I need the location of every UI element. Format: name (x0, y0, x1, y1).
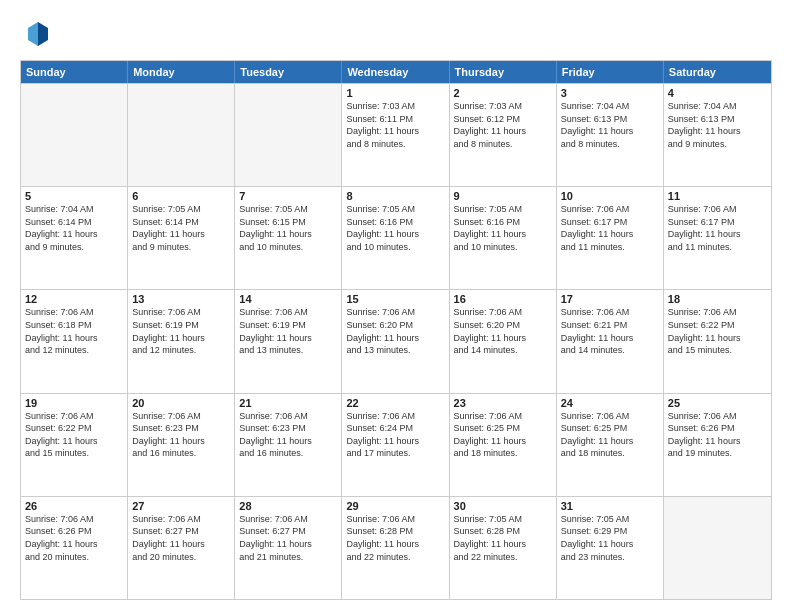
day-number: 30 (454, 500, 552, 512)
day-info: Sunrise: 7:06 AM Sunset: 6:19 PM Dayligh… (132, 306, 230, 356)
day-number: 4 (668, 87, 767, 99)
calendar-cell: 15Sunrise: 7:06 AM Sunset: 6:20 PM Dayli… (342, 290, 449, 392)
day-number: 3 (561, 87, 659, 99)
day-number: 5 (25, 190, 123, 202)
day-info: Sunrise: 7:06 AM Sunset: 6:18 PM Dayligh… (25, 306, 123, 356)
calendar-cell: 25Sunrise: 7:06 AM Sunset: 6:26 PM Dayli… (664, 394, 771, 496)
day-number: 10 (561, 190, 659, 202)
calendar-row-3: 12Sunrise: 7:06 AM Sunset: 6:18 PM Dayli… (21, 289, 771, 392)
day-number: 23 (454, 397, 552, 409)
calendar-cell: 28Sunrise: 7:06 AM Sunset: 6:27 PM Dayli… (235, 497, 342, 599)
calendar-row-1: 1Sunrise: 7:03 AM Sunset: 6:11 PM Daylig… (21, 83, 771, 186)
weekday-header-tuesday: Tuesday (235, 61, 342, 83)
calendar-cell: 16Sunrise: 7:06 AM Sunset: 6:20 PM Dayli… (450, 290, 557, 392)
day-number: 7 (239, 190, 337, 202)
day-number: 18 (668, 293, 767, 305)
day-info: Sunrise: 7:06 AM Sunset: 6:22 PM Dayligh… (25, 410, 123, 460)
day-number: 27 (132, 500, 230, 512)
weekday-header-wednesday: Wednesday (342, 61, 449, 83)
day-number: 24 (561, 397, 659, 409)
calendar-row-2: 5Sunrise: 7:04 AM Sunset: 6:14 PM Daylig… (21, 186, 771, 289)
day-info: Sunrise: 7:06 AM Sunset: 6:23 PM Dayligh… (239, 410, 337, 460)
calendar-cell: 21Sunrise: 7:06 AM Sunset: 6:23 PM Dayli… (235, 394, 342, 496)
day-number: 1 (346, 87, 444, 99)
calendar-cell: 20Sunrise: 7:06 AM Sunset: 6:23 PM Dayli… (128, 394, 235, 496)
day-info: Sunrise: 7:03 AM Sunset: 6:12 PM Dayligh… (454, 100, 552, 150)
day-info: Sunrise: 7:05 AM Sunset: 6:29 PM Dayligh… (561, 513, 659, 563)
day-info: Sunrise: 7:06 AM Sunset: 6:25 PM Dayligh… (561, 410, 659, 460)
calendar-cell: 1Sunrise: 7:03 AM Sunset: 6:11 PM Daylig… (342, 84, 449, 186)
calendar-cell (128, 84, 235, 186)
calendar-cell: 3Sunrise: 7:04 AM Sunset: 6:13 PM Daylig… (557, 84, 664, 186)
calendar-row-4: 19Sunrise: 7:06 AM Sunset: 6:22 PM Dayli… (21, 393, 771, 496)
calendar-row-5: 26Sunrise: 7:06 AM Sunset: 6:26 PM Dayli… (21, 496, 771, 599)
day-info: Sunrise: 7:05 AM Sunset: 6:16 PM Dayligh… (346, 203, 444, 253)
calendar-cell: 27Sunrise: 7:06 AM Sunset: 6:27 PM Dayli… (128, 497, 235, 599)
weekday-header-monday: Monday (128, 61, 235, 83)
day-number: 14 (239, 293, 337, 305)
day-info: Sunrise: 7:04 AM Sunset: 6:14 PM Dayligh… (25, 203, 123, 253)
calendar-cell: 5Sunrise: 7:04 AM Sunset: 6:14 PM Daylig… (21, 187, 128, 289)
day-info: Sunrise: 7:06 AM Sunset: 6:21 PM Dayligh… (561, 306, 659, 356)
header (20, 18, 772, 50)
day-number: 25 (668, 397, 767, 409)
day-info: Sunrise: 7:06 AM Sunset: 6:27 PM Dayligh… (239, 513, 337, 563)
calendar-cell (235, 84, 342, 186)
calendar-cell: 8Sunrise: 7:05 AM Sunset: 6:16 PM Daylig… (342, 187, 449, 289)
calendar-body: 1Sunrise: 7:03 AM Sunset: 6:11 PM Daylig… (21, 83, 771, 599)
day-number: 12 (25, 293, 123, 305)
calendar-cell: 17Sunrise: 7:06 AM Sunset: 6:21 PM Dayli… (557, 290, 664, 392)
day-info: Sunrise: 7:06 AM Sunset: 6:24 PM Dayligh… (346, 410, 444, 460)
calendar-cell: 23Sunrise: 7:06 AM Sunset: 6:25 PM Dayli… (450, 394, 557, 496)
day-info: Sunrise: 7:05 AM Sunset: 6:15 PM Dayligh… (239, 203, 337, 253)
calendar-cell: 6Sunrise: 7:05 AM Sunset: 6:14 PM Daylig… (128, 187, 235, 289)
calendar: SundayMondayTuesdayWednesdayThursdayFrid… (20, 60, 772, 600)
weekday-header-thursday: Thursday (450, 61, 557, 83)
day-info: Sunrise: 7:06 AM Sunset: 6:20 PM Dayligh… (454, 306, 552, 356)
calendar-cell: 26Sunrise: 7:06 AM Sunset: 6:26 PM Dayli… (21, 497, 128, 599)
calendar-cell: 13Sunrise: 7:06 AM Sunset: 6:19 PM Dayli… (128, 290, 235, 392)
day-info: Sunrise: 7:05 AM Sunset: 6:14 PM Dayligh… (132, 203, 230, 253)
day-number: 22 (346, 397, 444, 409)
day-number: 9 (454, 190, 552, 202)
calendar-cell (21, 84, 128, 186)
logo-icon (20, 18, 52, 50)
day-info: Sunrise: 7:05 AM Sunset: 6:16 PM Dayligh… (454, 203, 552, 253)
calendar-cell: 2Sunrise: 7:03 AM Sunset: 6:12 PM Daylig… (450, 84, 557, 186)
day-number: 15 (346, 293, 444, 305)
calendar-cell: 29Sunrise: 7:06 AM Sunset: 6:28 PM Dayli… (342, 497, 449, 599)
day-number: 2 (454, 87, 552, 99)
calendar-cell: 19Sunrise: 7:06 AM Sunset: 6:22 PM Dayli… (21, 394, 128, 496)
day-number: 11 (668, 190, 767, 202)
day-info: Sunrise: 7:03 AM Sunset: 6:11 PM Dayligh… (346, 100, 444, 150)
day-number: 21 (239, 397, 337, 409)
calendar-cell (664, 497, 771, 599)
day-number: 26 (25, 500, 123, 512)
day-number: 28 (239, 500, 337, 512)
weekday-header-friday: Friday (557, 61, 664, 83)
day-info: Sunrise: 7:06 AM Sunset: 6:28 PM Dayligh… (346, 513, 444, 563)
calendar-cell: 9Sunrise: 7:05 AM Sunset: 6:16 PM Daylig… (450, 187, 557, 289)
calendar-header: SundayMondayTuesdayWednesdayThursdayFrid… (21, 61, 771, 83)
calendar-cell: 11Sunrise: 7:06 AM Sunset: 6:17 PM Dayli… (664, 187, 771, 289)
day-info: Sunrise: 7:04 AM Sunset: 6:13 PM Dayligh… (561, 100, 659, 150)
svg-marker-1 (38, 22, 48, 46)
calendar-cell: 10Sunrise: 7:06 AM Sunset: 6:17 PM Dayli… (557, 187, 664, 289)
calendar-page: SundayMondayTuesdayWednesdayThursdayFrid… (0, 0, 792, 612)
day-info: Sunrise: 7:06 AM Sunset: 6:23 PM Dayligh… (132, 410, 230, 460)
calendar-cell: 18Sunrise: 7:06 AM Sunset: 6:22 PM Dayli… (664, 290, 771, 392)
calendar-cell: 12Sunrise: 7:06 AM Sunset: 6:18 PM Dayli… (21, 290, 128, 392)
calendar-cell: 30Sunrise: 7:05 AM Sunset: 6:28 PM Dayli… (450, 497, 557, 599)
day-info: Sunrise: 7:06 AM Sunset: 6:27 PM Dayligh… (132, 513, 230, 563)
calendar-cell: 14Sunrise: 7:06 AM Sunset: 6:19 PM Dayli… (235, 290, 342, 392)
svg-marker-2 (28, 22, 38, 46)
weekday-header-sunday: Sunday (21, 61, 128, 83)
weekday-header-saturday: Saturday (664, 61, 771, 83)
day-number: 13 (132, 293, 230, 305)
day-info: Sunrise: 7:05 AM Sunset: 6:28 PM Dayligh… (454, 513, 552, 563)
day-info: Sunrise: 7:06 AM Sunset: 6:26 PM Dayligh… (25, 513, 123, 563)
day-number: 6 (132, 190, 230, 202)
day-number: 17 (561, 293, 659, 305)
day-info: Sunrise: 7:06 AM Sunset: 6:25 PM Dayligh… (454, 410, 552, 460)
logo (20, 18, 56, 50)
